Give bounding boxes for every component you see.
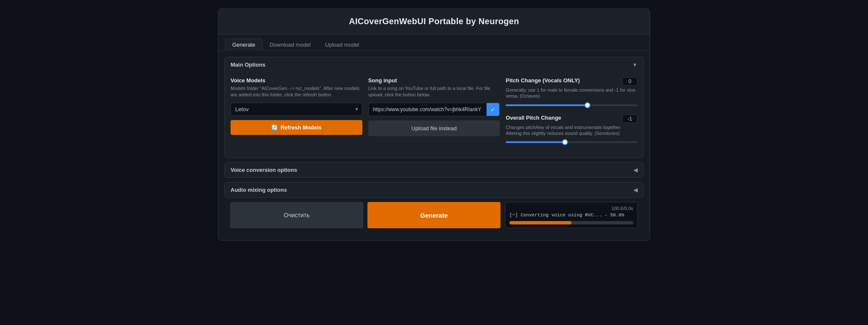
progress-bar-container <box>509 221 633 224</box>
pitch-change-desc: Generally, use 1 for male to female conv… <box>506 87 637 99</box>
main-options-chevron-icon: ▼ <box>632 62 637 68</box>
overall-pitch-desc: Changes pitch/key of vocals and instrume… <box>506 124 637 137</box>
pitch-change-title: Pitch Change (Vocals ONLY) <box>506 77 580 84</box>
app-header: AICoverGenWebUI Portable by Neurogen <box>218 9 650 34</box>
status-panel: 100.6/0.0s [~] Converting voice using RV… <box>505 202 638 228</box>
audio-mixing-section: Audio mixing options ◀ <box>224 182 644 198</box>
audio-mixing-chevron-icon: ◀ <box>634 187 637 193</box>
overall-pitch-header: Overall Pitch Change -1 <box>506 115 637 123</box>
pitch-change-fill <box>506 104 587 106</box>
app-title: AICoverGenWebUI Portable by Neurogen <box>227 17 641 26</box>
overall-pitch-slider[interactable] <box>506 139 637 146</box>
pitch-change-value: 0 <box>622 77 637 86</box>
voice-conversion-title: Voice conversion options <box>231 167 297 173</box>
status-text: [~] Converting voice using RVC... - 50.0… <box>509 213 633 218</box>
pitch-col: Pitch Change (Vocals ONLY) 0 Generally, … <box>506 77 637 151</box>
pitch-change-header: Pitch Change (Vocals ONLY) 0 <box>506 77 637 86</box>
voice-models-col: Voice Models Models folder "AICoverGen -… <box>231 77 362 151</box>
song-input-col: Song input Link to a song on YouTube or … <box>368 77 500 151</box>
url-check-icon: ✓ <box>487 103 499 116</box>
generate-button[interactable]: Generate <box>367 202 501 228</box>
overall-pitch-value: -1 <box>622 115 637 123</box>
voice-model-select[interactable]: Letov <box>231 103 362 116</box>
pitch-change-slider[interactable] <box>506 102 637 109</box>
voice-model-select-wrapper: Letov ▼ <box>231 103 362 116</box>
tab-upload-model[interactable]: Upload model <box>318 39 366 51</box>
refresh-icon: 🔄 <box>271 124 278 131</box>
progress-bar-fill <box>509 221 571 224</box>
audio-mixing-header[interactable]: Audio mixing options ◀ <box>225 182 643 197</box>
tabs-bar: Generate Download model Upload model <box>218 34 650 51</box>
song-url-input[interactable] <box>369 104 487 115</box>
main-options-section: Main Options ▼ Voice Models Models folde… <box>224 57 644 158</box>
main-options-header[interactable]: Main Options ▼ <box>225 57 643 72</box>
voice-models-label: Voice Models <box>231 77 362 84</box>
refresh-models-button[interactable]: 🔄 Refresh Models <box>231 120 362 135</box>
voice-conversion-header[interactable]: Voice conversion options ◀ <box>225 162 643 177</box>
song-input-label: Song input <box>368 77 500 84</box>
overall-pitch-thumb <box>562 139 568 145</box>
overall-pitch-title: Overall Pitch Change <box>506 115 561 121</box>
overall-pitch-fill <box>506 141 565 143</box>
status-time: 100.6/0.0s <box>509 206 633 211</box>
voice-conversion-section: Voice conversion options ◀ <box>224 162 644 178</box>
clear-button[interactable]: Очистить <box>230 202 363 228</box>
overall-pitch-track <box>506 141 637 143</box>
app-container: AICoverGenWebUI Portable by Neurogen Gen… <box>218 8 650 241</box>
audio-mixing-title: Audio mixing options <box>231 187 287 193</box>
overall-pitch-row: Overall Pitch Change -1 Changes pitch/ke… <box>506 115 637 146</box>
song-input-desc: Link to a song on YouTube or full path t… <box>368 85 500 98</box>
main-options-body: Voice Models Models folder "AICoverGen -… <box>225 72 643 157</box>
refresh-models-label: Refresh Models <box>281 124 322 131</box>
content-area: Main Options ▼ Voice Models Models folde… <box>218 51 650 240</box>
url-input-wrapper: ✓ <box>368 103 500 116</box>
tab-generate[interactable]: Generate <box>225 39 262 51</box>
upload-file-button[interactable]: Upload file instead <box>368 120 500 136</box>
voice-conversion-chevron-icon: ◀ <box>634 167 637 173</box>
main-options-title: Main Options <box>231 62 265 68</box>
pitch-change-thumb <box>584 102 590 108</box>
tab-download-model[interactable]: Download model <box>262 39 318 51</box>
pitch-change-row: Pitch Change (Vocals ONLY) 0 Generally, … <box>506 77 637 109</box>
pitch-change-track <box>506 104 637 106</box>
bottom-bar: Очистить Generate 100.6/0.0s [~] Convert… <box>224 202 644 234</box>
voice-models-desc: Models folder "AICoverGen --> rvc_models… <box>231 85 362 98</box>
